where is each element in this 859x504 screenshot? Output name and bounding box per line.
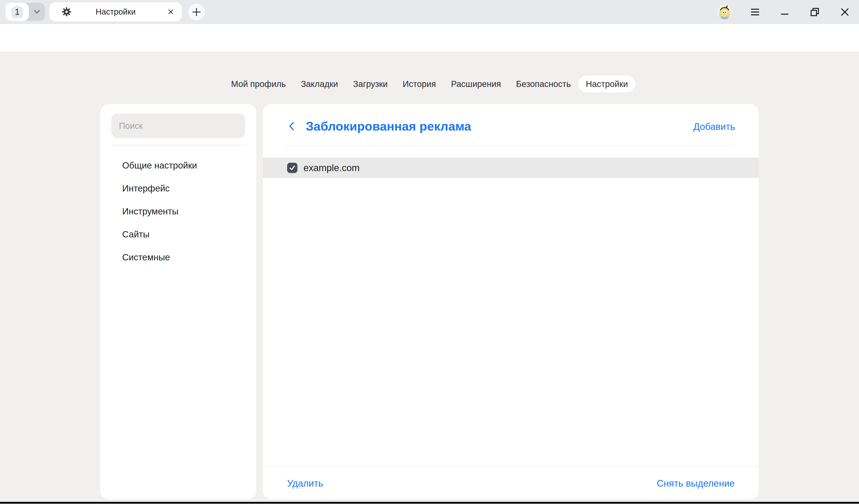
blocked-ads-list: example.com: [263, 157, 759, 178]
tab-settings[interactable]: Настройки: [578, 76, 635, 92]
browser-tab-settings[interactable]: Настройки: [49, 2, 182, 21]
header-divider: [286, 145, 735, 146]
address-bar: Я Y settings Настройки: [0, 24, 859, 52]
hamburger-icon: [750, 7, 760, 17]
sidebar-item-interface[interactable]: Интерфейс: [100, 177, 256, 200]
tab-my-profile[interactable]: Мой профиль: [224, 76, 293, 92]
tab-list-dropdown[interactable]: [29, 3, 45, 21]
tab-close-icon[interactable]: [167, 9, 174, 15]
blocked-ads-panel: Заблокированная реклама Добавить example…: [263, 104, 759, 499]
window-bottom-border: [0, 502, 859, 504]
search-input[interactable]: [111, 113, 245, 138]
panel-footer: Удалить Снять выделение: [263, 467, 759, 499]
sidebar-divider: [111, 145, 245, 145]
panel-title: Заблокированная реклама: [306, 119, 471, 133]
panel-empty-space: [263, 178, 759, 467]
check-icon: [289, 164, 296, 171]
tab-history[interactable]: История: [395, 76, 443, 92]
tab-title: Настройки: [95, 7, 136, 17]
add-button[interactable]: Добавить: [693, 121, 735, 132]
tab-counter[interactable]: 1: [5, 3, 45, 21]
window-close-button[interactable]: [839, 5, 851, 18]
minimize-icon: [780, 7, 790, 17]
sidebar-menu: Общие настройки Интерфейс Инструменты Са…: [100, 154, 256, 269]
tab-security[interactable]: Безопасность: [509, 76, 578, 92]
sidebar-item-sites[interactable]: Сайты: [100, 223, 256, 246]
back-chevron-icon[interactable]: [288, 121, 295, 131]
avatar-image: [717, 5, 732, 19]
tab-counter-badge: 1: [5, 3, 29, 21]
list-item[interactable]: example.com: [263, 157, 759, 178]
blocked-domain: example.com: [303, 163, 360, 173]
gear-icon: [62, 7, 71, 17]
panel-header: Заблокированная реклама Добавить: [263, 104, 759, 146]
settings-page: Мой профиль Закладки Загрузки История Ра…: [0, 52, 859, 502]
settings-sidebar: Общие настройки Интерфейс Инструменты Са…: [100, 104, 256, 499]
new-tab-button[interactable]: [188, 4, 205, 20]
tab-count: 1: [15, 7, 19, 17]
window-minimize-button[interactable]: [778, 5, 791, 18]
chevron-down-icon: [32, 7, 42, 17]
sidebar-item-general[interactable]: Общие настройки: [100, 154, 256, 177]
sidebar-item-tools[interactable]: Инструменты: [100, 200, 256, 223]
profile-avatar[interactable]: [717, 5, 732, 19]
tab-shield-icon: 1: [11, 5, 24, 18]
clear-selection-button[interactable]: Снять выделение: [657, 478, 735, 489]
delete-button[interactable]: Удалить: [287, 478, 323, 489]
browser-menu-button[interactable]: [749, 5, 762, 18]
tab-bookmarks[interactable]: Закладки: [293, 76, 346, 92]
window-maximize-button[interactable]: [808, 5, 821, 18]
settings-nav-tabs: Мой профиль Закладки Загрузки История Ра…: [0, 76, 859, 92]
tab-extensions[interactable]: Расширения: [443, 76, 509, 92]
browser-tab-bar: 1: [0, 0, 859, 24]
sidebar-item-system[interactable]: Системные: [100, 246, 256, 269]
tab-downloads[interactable]: Загрузки: [346, 76, 395, 92]
close-icon: [840, 7, 850, 17]
row-checkbox[interactable]: [287, 163, 298, 173]
plus-icon: [192, 7, 201, 17]
restore-icon: [810, 7, 820, 17]
